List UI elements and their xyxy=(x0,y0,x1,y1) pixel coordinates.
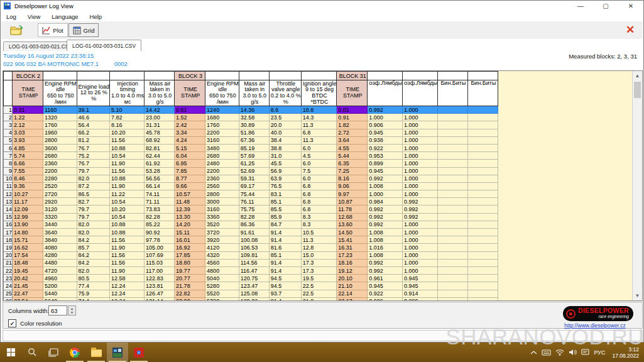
grid-cell[interactable]: 12.99 xyxy=(13,213,43,221)
grid-cell[interactable]: 22.14 xyxy=(337,290,368,297)
grid-cell[interactable]: 1.000 xyxy=(403,221,438,228)
grid-cell[interactable] xyxy=(437,236,467,244)
scroll-down-icon[interactable]: ▼ xyxy=(633,291,642,300)
grid-cell[interactable]: 91.4 xyxy=(269,266,301,274)
grid-cell[interactable]: 1.000 xyxy=(403,229,438,236)
grid-cell[interactable]: 12.58 xyxy=(110,275,145,282)
grid-cell[interactable]: 1160 xyxy=(43,106,77,114)
grid-cell[interactable]: 4.85 xyxy=(13,144,43,151)
grid-cell[interactable]: 8.3 xyxy=(301,213,337,221)
grid-cell[interactable]: 4960 xyxy=(43,275,77,282)
menu-help[interactable]: Help xyxy=(84,13,108,20)
grid-cell[interactable]: 2680 xyxy=(205,152,239,160)
grid-cell[interactable]: 4.24 xyxy=(175,136,205,144)
grid-cell[interactable]: 10.57 xyxy=(175,190,205,198)
grid-cell[interactable]: 21.45 xyxy=(13,282,43,290)
grid-cell[interactable]: 14.36 xyxy=(239,106,269,114)
grid-cell[interactable]: 11.3 xyxy=(301,121,337,129)
row-number[interactable]: 3 xyxy=(4,121,13,129)
grid-cell[interactable]: 6.95 xyxy=(175,160,205,167)
grid-cell[interactable]: 4280 xyxy=(43,251,77,259)
grid-cell[interactable]: 17.85 xyxy=(175,251,205,259)
grid-cell[interactable]: 1.22 xyxy=(13,114,43,121)
grid-cell[interactable]: 4.5 xyxy=(301,152,337,160)
grid-cell[interactable]: 18.16 xyxy=(337,259,368,266)
grid-cell[interactable]: 0.992 xyxy=(368,266,403,274)
grid-cell[interactable]: 120.75 xyxy=(239,275,269,282)
column-header[interactable]: Engine RPMidle650 to 750/мин xyxy=(205,80,239,106)
grid-cell[interactable]: 0.992 xyxy=(368,213,403,221)
grid-cell[interactable]: 68.92 xyxy=(145,136,175,144)
grid-cell[interactable]: 53.28 xyxy=(145,167,175,175)
grid-cell[interactable]: 94.5 xyxy=(269,275,301,282)
grid-cell[interactable] xyxy=(437,297,467,301)
grid-cell[interactable]: 0.992 xyxy=(403,206,438,213)
grid-cell[interactable]: 3.64 xyxy=(337,136,368,144)
grid-cell[interactable]: 0.61 xyxy=(175,106,205,114)
grid-cell[interactable]: 59.31 xyxy=(239,175,269,182)
grid-cell[interactable]: 12.24 xyxy=(110,282,145,290)
grid-cell[interactable] xyxy=(467,144,498,151)
grid-cell[interactable] xyxy=(437,190,467,198)
language-indicator[interactable]: РУС xyxy=(594,349,605,356)
grid-cell[interactable]: 1680 xyxy=(205,114,239,121)
wifi-icon[interactable] xyxy=(555,349,564,356)
grid-cell[interactable]: 11.56 xyxy=(110,167,145,175)
grid-cell[interactable]: 0.938 xyxy=(368,136,403,144)
color-resolution-checkbox[interactable]: ✓ xyxy=(8,319,16,327)
grid-cell[interactable]: 11.90 xyxy=(110,266,145,274)
grid-cell[interactable]: 2200 xyxy=(205,129,239,136)
grid-cell[interactable]: 14.20 xyxy=(175,221,205,228)
grid-cell[interactable]: 0.945 xyxy=(368,129,403,136)
grid-cell[interactable]: 46.6 xyxy=(77,114,110,121)
grid-cell[interactable] xyxy=(467,297,498,301)
column-header[interactable]: Ignition angle9 to 15 degBTDC*BTDC xyxy=(301,80,337,106)
menu-view[interactable]: View xyxy=(22,13,46,20)
grid-cell[interactable]: 12.39 xyxy=(175,206,205,213)
grid-cell[interactable]: 3440 xyxy=(43,221,77,228)
grid-cell[interactable]: 10.88 xyxy=(110,144,145,151)
grid-cell[interactable]: 8.16 xyxy=(337,175,368,182)
row-number[interactable]: 16 xyxy=(4,221,13,228)
grid-cell[interactable]: 3520 xyxy=(205,221,239,228)
task-view-button[interactable] xyxy=(43,343,64,362)
grid-cell[interactable]: 38.4 xyxy=(269,136,301,144)
grid-cell[interactable]: 91.4 xyxy=(269,297,301,301)
grid-cell[interactable]: 116.47 xyxy=(239,266,269,274)
grid-cell[interactable]: 15.41 xyxy=(337,236,368,244)
grid-cell[interactable]: 1.000 xyxy=(403,266,438,274)
grid-cell[interactable]: 13.30 xyxy=(175,213,205,221)
row-number[interactable]: 19 xyxy=(4,244,13,251)
row-number[interactable]: 14 xyxy=(4,206,13,213)
grid-cell[interactable]: 2.42 xyxy=(175,121,205,129)
grid-cell[interactable]: 6.66 xyxy=(13,160,43,167)
columns-width-stepper[interactable]: ▲▼ xyxy=(68,305,76,315)
taskbar-viewer-button[interactable] xyxy=(128,343,150,362)
grid-cell[interactable]: 10.54 xyxy=(110,152,145,160)
grid-cell[interactable] xyxy=(437,114,467,121)
grid-cell[interactable]: 0.945 xyxy=(403,282,438,290)
grid-cell[interactable]: 22.47 xyxy=(13,290,43,297)
grid-cell[interactable]: 66.2 xyxy=(77,129,110,136)
grid-cell[interactable]: 76.11 xyxy=(239,198,269,206)
grid-cell[interactable]: 80.5 xyxy=(77,275,110,282)
grid-cell[interactable]: 56.4 xyxy=(77,121,110,129)
grid-cell[interactable] xyxy=(467,266,498,274)
grid-cell[interactable] xyxy=(467,251,498,259)
grid-cell[interactable]: 0.91 xyxy=(337,114,368,121)
grid-cell[interactable]: 0.899 xyxy=(368,160,403,167)
grid-cell[interactable]: 107.69 xyxy=(145,251,175,259)
grid-cell[interactable]: 12.24 xyxy=(110,290,145,297)
grid-cell[interactable]: 1.008 xyxy=(368,229,403,236)
columns-width-input[interactable]: 63 xyxy=(48,305,67,315)
grid-cell[interactable] xyxy=(467,259,498,266)
grid-cell[interactable]: 10.88 xyxy=(110,229,145,236)
grid-cell[interactable] xyxy=(467,244,498,251)
grid-cell[interactable]: 0.992 xyxy=(403,213,438,221)
grid-cell[interactable]: 2800 xyxy=(43,136,77,144)
grid-cell[interactable]: 3.03 xyxy=(13,129,43,136)
grid-cell[interactable] xyxy=(467,129,498,136)
row-number[interactable]: 11 xyxy=(4,182,13,190)
grid-cell[interactable]: 11.3 xyxy=(301,136,337,144)
grid-cell[interactable] xyxy=(437,129,467,136)
